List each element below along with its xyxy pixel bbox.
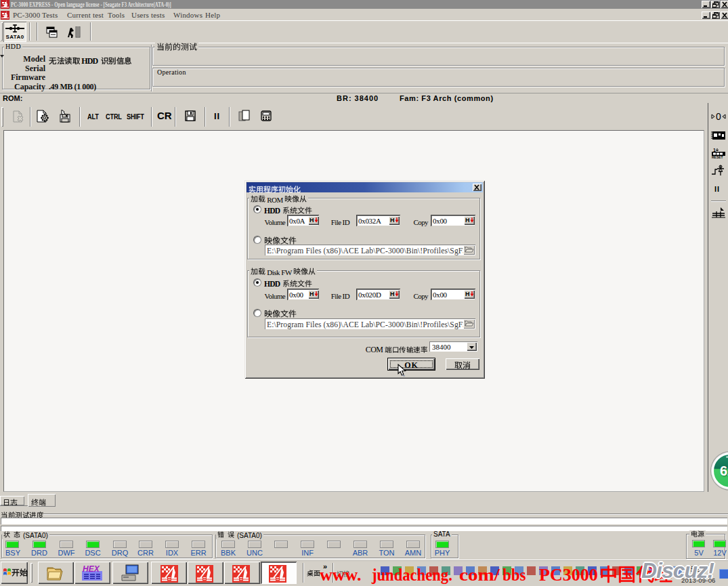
svg-text:0: 0 <box>716 111 721 121</box>
svg-text:1: 1 <box>713 148 716 152</box>
svg-text:RESET: RESET <box>712 155 723 159</box>
